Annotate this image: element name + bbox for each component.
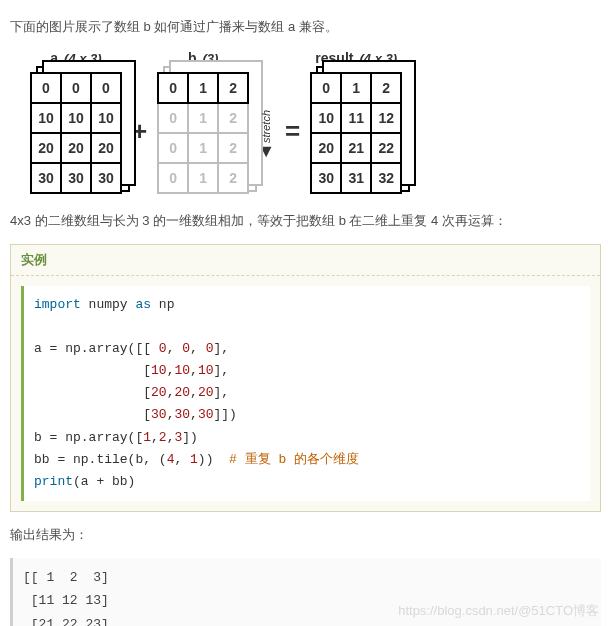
- example-title: 实例: [11, 245, 600, 276]
- explain-text: 4x3 的二维数组与长为 3 的一维数组相加，等效于把数组 b 在二维上重复 4…: [10, 212, 601, 230]
- array-a-table: 000 101010 202020 303030: [30, 72, 122, 194]
- array-result-table: 012 101112 202122 303132: [310, 72, 402, 194]
- watermark: https://blog.csdn.net/@51CTO博客: [398, 602, 599, 620]
- eq-op: =: [285, 98, 300, 147]
- array-b-block: b (3) 012 012 012 012: [157, 50, 249, 194]
- output-label: 输出结果为：: [10, 526, 601, 544]
- broadcast-diagram: a (4 x 3) 000 101010 202020 303030 + b (…: [30, 50, 591, 194]
- array-b-table: 012 012 012 012: [157, 72, 249, 194]
- array-result-block: result (4 x 3) 012 101112 202122 303132: [310, 50, 402, 194]
- array-a-block: a (4 x 3) 000 101010 202020 303030: [30, 50, 122, 194]
- intro-text: 下面的图片展示了数组 b 如何通过广播来与数组 a 兼容。: [10, 18, 601, 36]
- example-box: 实例 import numpy as np a = np.array([[ 0,…: [10, 244, 601, 512]
- code-block: import numpy as np a = np.array([[ 0, 0,…: [21, 286, 590, 501]
